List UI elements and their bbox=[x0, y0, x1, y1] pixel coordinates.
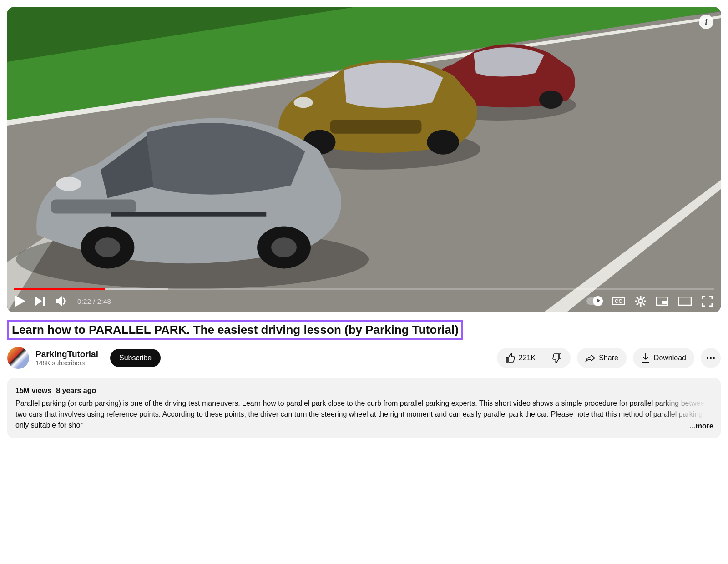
miniplayer-button[interactable] bbox=[656, 297, 668, 306]
svg-line-35 bbox=[637, 303, 638, 305]
svg-marker-23 bbox=[15, 296, 25, 307]
svg-line-33 bbox=[643, 303, 645, 305]
description-box[interactable]: 15M views 8 years ago Parallel parking (… bbox=[7, 378, 721, 438]
info-icon-glyph: i bbox=[705, 17, 707, 27]
video-frame bbox=[7, 7, 721, 312]
show-more-button[interactable]: ...more bbox=[687, 421, 713, 432]
download-label: Download bbox=[654, 354, 686, 362]
svg-point-21 bbox=[56, 177, 81, 191]
upload-age: 8 years ago bbox=[56, 385, 96, 396]
svg-rect-25 bbox=[43, 297, 45, 306]
svg-line-32 bbox=[637, 297, 638, 299]
more-actions-button[interactable] bbox=[701, 348, 721, 368]
share-button[interactable]: Share bbox=[577, 348, 627, 368]
video-title: Learn how to PARALLEL PARK. The easiest … bbox=[12, 323, 459, 337]
svg-point-40 bbox=[710, 357, 712, 359]
theater-button[interactable] bbox=[678, 297, 692, 306]
fullscreen-button[interactable] bbox=[702, 296, 713, 307]
svg-point-9 bbox=[539, 91, 563, 109]
svg-rect-16 bbox=[51, 200, 136, 214]
svg-point-18 bbox=[95, 237, 121, 257]
captions-button[interactable]: CC bbox=[612, 297, 625, 305]
svg-point-20 bbox=[271, 237, 297, 257]
like-dislike-group: 221K bbox=[497, 348, 571, 368]
cc-label: CC bbox=[612, 297, 625, 305]
time-display: 0:22 / 2:48 bbox=[77, 297, 111, 305]
svg-marker-24 bbox=[35, 297, 42, 306]
duration: 2:48 bbox=[97, 297, 111, 305]
dislike-button[interactable] bbox=[544, 348, 571, 368]
share-icon bbox=[585, 353, 595, 363]
ellipsis-icon bbox=[706, 357, 715, 359]
subscriber-count: 148K subscribers bbox=[35, 359, 98, 367]
svg-point-13 bbox=[427, 130, 459, 154]
play-button[interactable] bbox=[15, 296, 25, 307]
volume-button[interactable] bbox=[56, 296, 67, 306]
svg-line-34 bbox=[643, 297, 645, 299]
svg-point-39 bbox=[707, 357, 708, 359]
time-sep: / bbox=[93, 297, 97, 305]
description-text: Parallel parking (or curb parking) is on… bbox=[15, 398, 713, 431]
like-count: 221K bbox=[519, 354, 536, 362]
thumbs-down-icon bbox=[552, 353, 562, 363]
download-icon bbox=[641, 353, 650, 363]
meta-row: ParkingTutorial 148K subscribers Subscri… bbox=[7, 347, 721, 369]
thumbs-up-icon bbox=[505, 353, 515, 363]
download-button[interactable]: Download bbox=[633, 348, 694, 368]
channel-avatar[interactable] bbox=[7, 347, 29, 369]
channel-name[interactable]: ParkingTutorial bbox=[35, 349, 98, 359]
video-player[interactable]: i 0:22 / 2:48 CC bbox=[7, 7, 721, 312]
player-controls: 0:22 / 2:48 CC bbox=[7, 290, 721, 312]
title-highlight-box: Learn how to PARALLEL PARK. The easiest … bbox=[7, 320, 463, 340]
like-button[interactable]: 221K bbox=[497, 348, 544, 368]
info-icon[interactable]: i bbox=[699, 15, 713, 29]
settings-button[interactable] bbox=[635, 296, 646, 307]
svg-rect-37 bbox=[662, 301, 667, 304]
svg-rect-22 bbox=[111, 212, 266, 216]
svg-point-14 bbox=[294, 97, 313, 108]
svg-rect-38 bbox=[678, 297, 691, 305]
current-time: 0:22 bbox=[77, 297, 91, 305]
svg-rect-11 bbox=[330, 120, 422, 134]
next-button[interactable] bbox=[35, 297, 46, 306]
svg-point-27 bbox=[639, 299, 643, 303]
svg-point-41 bbox=[713, 357, 715, 359]
title-section: Learn how to PARALLEL PARK. The easiest … bbox=[7, 320, 721, 340]
view-count: 15M views bbox=[15, 385, 51, 396]
svg-marker-26 bbox=[56, 296, 62, 306]
share-label: Share bbox=[599, 354, 618, 362]
autoplay-toggle[interactable] bbox=[586, 297, 602, 305]
subscribe-button[interactable]: Subscribe bbox=[110, 349, 161, 367]
